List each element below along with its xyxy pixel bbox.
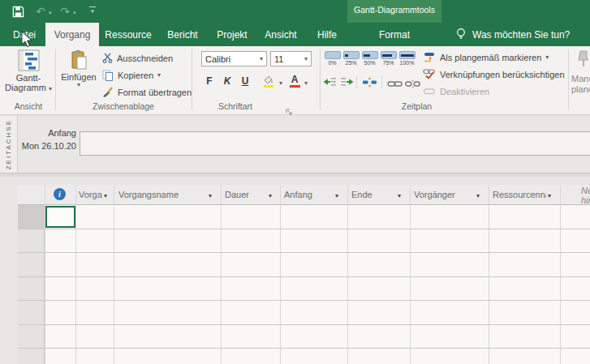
outdent-task-button[interactable] [323,76,337,91]
indent-arrow-icon [340,77,354,88]
timeline-start-date: Mon 26.10.20 [11,141,76,151]
paste-button[interactable]: Einfügen ▾ [60,49,97,88]
mark-on-track-button[interactable]: Als plangemäß markieren ▾ [423,51,549,63]
percent-100-icon [399,51,416,59]
font-size-combo[interactable]: 11 ▾ [270,51,312,66]
col-header-ende[interactable]: Ende [351,190,387,199]
col-filter-caret[interactable]: ▾ [335,192,338,199]
redo-icon: ↷ [60,6,70,17]
font-color-caret[interactable]: ▾ [304,80,308,87]
format-painter-button[interactable]: Format übertragen [102,86,192,98]
customize-qat-icon [89,6,96,7]
respect-links-button[interactable]: Verknüpfungen berücksichtigen [423,68,565,80]
inactivate-icon [423,85,436,97]
dropdown-caret: ▾ [304,56,308,62]
tab-format[interactable]: Format [347,23,441,46]
font-color-letter: A [287,75,302,84]
gantt-chart-icon [18,49,40,71]
copy-button[interactable]: Kopieren ▾ [102,69,161,81]
percent-25-button[interactable]: 25% [342,51,360,66]
add-new-column-header[interactable]: Neue Spalte hinzufügen [581,186,590,205]
percent-100-button[interactable]: 100% [398,51,416,66]
undo-dropdown-caret[interactable]: ▾ [49,10,52,16]
undo-button[interactable]: ↶ [33,5,48,18]
app-window: Gantt-Diagrammtools ↶ ▾ ↷ ▾ ▾ Datei Vorg… [0,0,590,364]
redo-dropdown-caret[interactable]: ▾ [73,10,76,16]
timeline-bar[interactable] [80,131,590,156]
percent-25-icon [343,51,360,59]
tab-hilfe[interactable]: Hilfe [311,23,343,46]
cut-button[interactable]: Ausschneiden [102,52,173,64]
col-header-vorgangsmodus[interactable]: Vorgangsmodus [79,190,102,199]
link-tasks-button[interactable] [387,77,403,92]
col-filter-caret[interactable]: ▾ [104,192,107,199]
percent-0-icon [325,51,341,59]
split-task-icon [362,77,377,88]
inactivate-button[interactable]: Deaktivieren [423,85,489,97]
unlink-tasks-button[interactable] [405,77,420,92]
col-filter-caret[interactable]: ▾ [398,192,401,199]
redo-button[interactable]: ↷ [58,5,72,18]
dropdown-caret: ▾ [49,85,52,92]
paint-bucket-icon [261,75,275,88]
col-header-ressourcennamen[interactable]: Ressourcennamen [493,190,546,199]
split-task-button[interactable] [362,76,377,91]
info-column-header[interactable]: i [54,188,66,200]
mouse-cursor [21,31,33,48]
tab-vorgang[interactable]: Vorgang [45,23,99,46]
percent-50-icon [362,51,378,59]
row-header-1[interactable] [18,205,45,229]
pushpin-icon [575,49,590,69]
lightbulb-icon [455,28,467,41]
col-filter-caret[interactable]: ▾ [476,192,480,199]
clipboard-icon [71,49,88,71]
mark-on-track-icon [423,51,436,63]
info-icon: i [54,188,66,200]
italic-button[interactable]: K [221,75,234,87]
tell-me-label: Was möchten Sie tun? [472,29,570,41]
col-filter-caret[interactable]: ▾ [209,192,212,199]
tab-ansicht[interactable]: Ansicht [260,23,302,46]
col-filter-caret[interactable]: ▾ [269,192,272,199]
indent-task-button[interactable] [340,76,354,91]
undo-icon: ↶ [36,6,45,17]
contextual-tab-group-label: Gantt-Diagrammtools [347,5,441,15]
col-filter-caret[interactable]: ▾ [548,192,551,199]
active-cell[interactable] [45,206,75,228]
gantt-chart-view-button[interactable]: Gantt- Diagramm ▾ [5,49,52,92]
dropdown-caret: ▾ [77,82,80,88]
tab-ressource[interactable]: Ressource [102,23,154,46]
col-header-dauer[interactable]: Dauer [225,190,261,199]
col-header-vorgangsname[interactable]: Vorgangsname [118,190,200,199]
dropdown-caret: ▾ [545,54,549,61]
broken-chain-icon [405,79,420,88]
col-header-anfang[interactable]: Anfang [284,190,326,199]
percent-75-button[interactable]: 75% [380,51,397,66]
percent-0-button[interactable]: 0% [324,51,341,66]
format-painter-icon [102,87,114,98]
group-label-ansicht: Ansicht [5,101,52,111]
copy-icon [102,70,114,81]
background-color-caret[interactable]: ▾ [279,80,282,87]
col-header-vorgaenger[interactable]: Vorgänger [414,190,467,199]
dropdown-caret: ▾ [157,72,161,79]
save-button[interactable] [10,4,26,19]
bold-button[interactable]: F [203,75,216,87]
font-color-swatch [290,85,300,88]
tell-me-box[interactable]: Was möchten Sie tun? [455,23,570,46]
font-name-combo[interactable]: Calibri ▾ [201,51,267,66]
tab-projekt[interactable]: Projekt [211,23,253,46]
group-label-schriftart: Schriftart [203,101,268,111]
font-color-button[interactable]: A [287,75,302,88]
respect-links-icon [423,68,436,80]
group-label-zwischenablage: Zwischenablage [65,101,182,111]
percent-50-button[interactable]: 50% [361,51,378,66]
tab-bericht[interactable]: Bericht [161,23,205,46]
manually-schedule-button[interactable]: Manuell planen [571,49,590,95]
group-label-zeitplan: Zeitplan [321,101,512,111]
background-color-button[interactable] [261,75,278,92]
customize-qat-button[interactable]: ▾ [88,6,97,15]
dropdown-caret: ▾ [260,56,263,62]
underline-button[interactable]: U [239,75,252,87]
chain-link-icon [387,79,403,88]
